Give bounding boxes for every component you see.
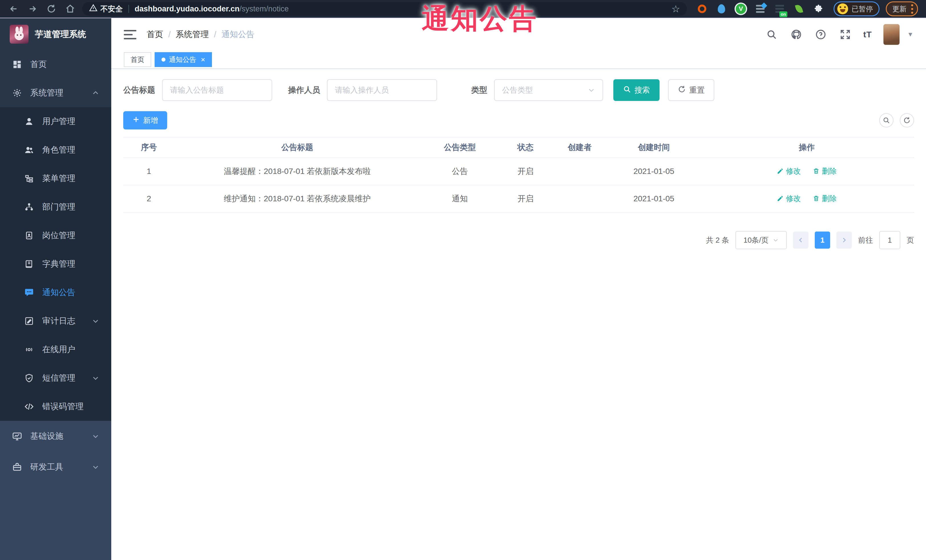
extension-bars-icon[interactable]: [755, 3, 766, 14]
breadcrumb-home[interactable]: 首页: [147, 29, 163, 40]
delete-link[interactable]: 删除: [813, 193, 837, 204]
breadcrumb-separator: /: [168, 30, 171, 39]
help-icon[interactable]: [814, 28, 827, 41]
sidebar-item-label: 基础设施: [30, 430, 64, 442]
tab-home[interactable]: 首页: [124, 52, 151, 67]
search-icon[interactable]: [765, 28, 778, 41]
toggle-search-circle-button[interactable]: [879, 113, 893, 127]
delete-link[interactable]: 删除: [813, 166, 837, 176]
profile-paused-chip[interactable]: 已暂停: [834, 2, 879, 16]
cell-type: 通知: [420, 185, 500, 213]
sidebar-toggle-icon[interactable]: [124, 30, 136, 39]
tab-notice[interactable]: 通知公告 ×: [154, 52, 212, 67]
edit-link[interactable]: 修改: [777, 166, 801, 176]
col-creator: 创建者: [551, 137, 608, 158]
breadcrumb-separator: /: [214, 30, 216, 39]
pagination: 共 2 条 10条/页 1 前往 页: [123, 231, 914, 249]
update-label: 更新: [892, 4, 906, 14]
bookmark-star-icon[interactable]: ☆: [672, 4, 680, 14]
sidebar-item-department-management[interactable]: 部门管理: [0, 193, 111, 221]
sidebar-item-notice[interactable]: 通知公告: [0, 278, 111, 307]
close-icon[interactable]: ×: [201, 56, 205, 63]
cell-status: 开启: [500, 158, 551, 185]
browser-forward-button[interactable]: [24, 2, 41, 16]
chevron-down-icon: [773, 237, 779, 243]
operator-input[interactable]: [327, 79, 437, 101]
refresh-circle-button[interactable]: [900, 113, 914, 127]
view-tabs: 首页 通知公告 ×: [111, 51, 926, 69]
browser-reload-button[interactable]: [43, 2, 59, 16]
not-secure-label: 不安全: [100, 4, 123, 14]
page-size-value: 10条/页: [743, 235, 769, 245]
sidebar-item-label: 通知公告: [42, 287, 75, 298]
app-window: 芋道管理系统 首页 系统管理: [0, 18, 926, 560]
reset-button[interactable]: 重置: [668, 79, 714, 101]
breadcrumb-system[interactable]: 系统管理: [176, 29, 209, 40]
sidebar-item-home[interactable]: 首页: [0, 50, 111, 79]
extensions-puzzle-icon[interactable]: [813, 3, 824, 14]
avatar[interactable]: [883, 24, 900, 45]
sidebar-item-label: 审计日志: [42, 315, 75, 327]
table-toolbar: 新增: [123, 111, 914, 130]
cell-no: 1: [123, 158, 175, 185]
edit-link[interactable]: 修改: [777, 193, 801, 204]
edit-log-icon: [23, 317, 35, 326]
add-button[interactable]: 新增: [123, 111, 167, 130]
cell-creator: [551, 158, 608, 185]
browser-back-button[interactable]: [6, 2, 22, 16]
cell-created: 2021-01-05: [608, 185, 699, 213]
current-page[interactable]: 1: [815, 231, 830, 249]
address-bar[interactable]: 不安全 dashboard.yudao.iocoder.cn /system/n…: [82, 2, 687, 16]
cell-status: 开启: [500, 185, 551, 213]
url-path: /system/notice: [240, 5, 289, 14]
sidebar-item-user-management[interactable]: 用户管理: [0, 107, 111, 136]
fullscreen-icon[interactable]: [839, 28, 852, 41]
active-tab-dot: [162, 57, 165, 62]
search-button[interactable]: 搜索: [613, 79, 660, 101]
col-status: 状态: [500, 137, 551, 158]
sidebar-item-role-management[interactable]: 角色管理: [0, 136, 111, 164]
next-page-button[interactable]: [837, 231, 852, 249]
sidebar-item-post-management[interactable]: 岗位管理: [0, 221, 111, 250]
sidebar-item-system-management[interactable]: 系统管理: [0, 79, 111, 107]
logo-row[interactable]: 芋道管理系统: [0, 18, 111, 50]
delete-link-label: 删除: [822, 193, 837, 204]
extension-blue-icon[interactable]: [716, 3, 727, 14]
filter-form: 公告标题 操作人员 类型 公告类型: [123, 79, 914, 101]
page-content: 公告标题 操作人员 类型 公告类型: [111, 69, 926, 560]
sidebar-item-online-users[interactable]: 在线用户: [0, 335, 111, 364]
type-select[interactable]: 公告类型: [494, 79, 603, 101]
notice-title-input[interactable]: [162, 79, 272, 101]
col-no: 序号: [123, 137, 175, 158]
sidebar-item-label: 字典管理: [42, 258, 75, 270]
sidebar-submenu-system: 用户管理 角色管理 菜单管理 部门管理: [0, 107, 111, 421]
sidebar-item-error-code-management[interactable]: 错误码管理: [0, 392, 111, 421]
extension-orange-icon[interactable]: [697, 3, 708, 14]
prev-page-button[interactable]: [793, 231, 808, 249]
chevron-down-icon: [588, 86, 595, 94]
avatar-caret-icon[interactable]: ▼: [907, 31, 914, 38]
browser-home-button[interactable]: [62, 2, 78, 16]
chevron-up-icon: [92, 89, 99, 97]
extension-proxy-on-icon[interactable]: on: [774, 3, 785, 14]
browser-menu-kebab-icon[interactable]: [911, 4, 913, 14]
page-size-select[interactable]: 10条/页: [735, 231, 787, 249]
plus-icon: [132, 116, 140, 125]
browser-update-button[interactable]: 更新: [886, 2, 918, 16]
chevron-down-icon: [92, 463, 99, 471]
col-actions: 操作: [699, 137, 914, 158]
extension-vue-devtools-icon[interactable]: V: [735, 3, 746, 14]
extension-leaf-icon[interactable]: [794, 3, 805, 14]
sidebar-item-dev-tools[interactable]: 研发工具: [0, 452, 111, 483]
sidebar-item-label: 菜单管理: [42, 173, 75, 184]
github-icon[interactable]: [790, 28, 803, 41]
sidebar-item-menu-management[interactable]: 菜单管理: [0, 164, 111, 193]
sidebar-item-dict-management[interactable]: 字典管理: [0, 250, 111, 278]
sidebar-item-sms-management[interactable]: 短信管理: [0, 364, 111, 392]
emoji-avatar-icon: [837, 3, 848, 14]
font-size-icon[interactable]: tT: [863, 30, 872, 39]
sidebar-item-audit-log[interactable]: 审计日志: [0, 307, 111, 335]
sidebar-item-label: 在线用户: [42, 344, 75, 355]
goto-page-input[interactable]: [879, 231, 900, 249]
sidebar-item-infrastructure[interactable]: 基础设施: [0, 421, 111, 452]
